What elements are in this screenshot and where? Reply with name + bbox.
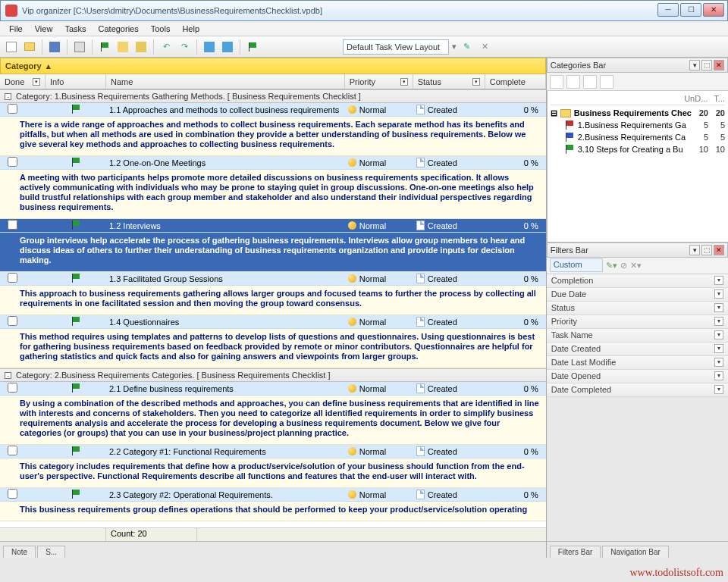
chevron-down-icon[interactable]: ▾ <box>714 344 723 353</box>
chevron-down-icon[interactable]: ▾ <box>714 289 723 299</box>
close-button[interactable]: ✕ <box>703 3 724 17</box>
chevron-down-icon[interactable]: ▾ <box>714 385 723 394</box>
filter-delete-icon[interactable]: ✕▾ <box>630 261 642 271</box>
filter-row[interactable]: Completion▾ <box>547 274 728 288</box>
filter-clear-icon[interactable]: ⊘ <box>620 261 627 271</box>
task-row[interactable]: 1.3 Facilitated Group SessionsNormalCrea… <box>0 272 546 286</box>
filter-icon[interactable]: ▾ <box>400 78 408 86</box>
layout-edit-button[interactable]: ✎ <box>458 39 475 55</box>
cat-tool-1[interactable] <box>550 75 563 89</box>
undo-button[interactable]: ↶ <box>158 39 174 55</box>
done-checkbox[interactable] <box>8 104 17 114</box>
done-checkbox[interactable] <box>8 489 17 499</box>
group-row[interactable]: -Category: 2.Business Requirements Categ… <box>0 368 546 382</box>
refresh-button[interactable] <box>244 39 261 55</box>
cat-tool-3[interactable] <box>583 75 597 89</box>
task-button-2[interactable] <box>115 39 131 55</box>
filter-row[interactable]: Status▾ <box>547 302 728 315</box>
chevron-down-icon[interactable]: ▴ <box>46 61 51 71</box>
task-row[interactable]: 1.4 QuestionnairesNormalCreated0 % <box>0 315 546 329</box>
filter-row[interactable]: Task Name▾ <box>547 329 728 343</box>
open-button[interactable] <box>21 39 38 55</box>
task-row[interactable]: 2.1 Define business requirementsNormalCr… <box>0 382 546 396</box>
task-row[interactable]: 1.2 InterviewsNormalCreated0 % <box>0 219 546 233</box>
task-row[interactable]: 1.1 Approaches and methods to collect bu… <box>0 103 546 117</box>
menu-file[interactable]: File <box>3 23 29 35</box>
tree-item[interactable]: 2.Business Requirements Ca55 <box>551 131 725 143</box>
redo-button[interactable]: ↷ <box>176 39 193 55</box>
panel-menu-icon[interactable]: ▾ <box>689 245 700 255</box>
cat-tool-4[interactable] <box>600 75 613 89</box>
tree-item[interactable]: 1.Business Requirements Ga55 <box>551 119 725 131</box>
tab-note[interactable]: Note <box>3 546 36 558</box>
tab-s[interactable]: S... <box>37 546 65 558</box>
filter-row[interactable]: Due Date▾ <box>547 288 728 302</box>
task-grid[interactable]: -Category: 1.Business Requirements Gathe… <box>0 89 546 527</box>
col-info[interactable]: Info <box>46 74 106 89</box>
done-checkbox[interactable] <box>8 446 17 455</box>
filter-row[interactable]: Priority▾ <box>547 315 728 329</box>
panel-close-icon[interactable]: ✕ <box>714 245 724 255</box>
print-button[interactable] <box>71 39 88 55</box>
filter-row[interactable]: Date Completed▾ <box>547 383 728 397</box>
done-checkbox[interactable] <box>8 273 17 283</box>
chevron-down-icon[interactable]: ▾ <box>714 371 723 380</box>
collapse-icon[interactable]: - <box>5 93 11 100</box>
priority-label: Normal <box>359 158 386 167</box>
task-row[interactable]: 2.3 Category #2: Operational Requirement… <box>0 488 546 502</box>
col-priority[interactable]: Priority▾ <box>345 74 413 89</box>
done-checkbox[interactable] <box>8 157 17 167</box>
filter-row[interactable]: Date Created▾ <box>547 343 728 356</box>
tree-item[interactable]: 3.10 Steps for Creating a Bu1010 <box>551 143 725 155</box>
nav-next-button[interactable] <box>219 39 236 55</box>
menu-tasks[interactable]: Tasks <box>58 23 92 35</box>
panel-pin-icon[interactable]: ⬚ <box>701 245 712 255</box>
chevron-down-icon[interactable]: ▾ <box>714 358 723 367</box>
task-row[interactable]: 2.2 Category #1: Functional Requirements… <box>0 445 546 458</box>
cat-tool-2[interactable] <box>566 75 580 89</box>
layout-delete-button[interactable]: ✕ <box>476 39 493 55</box>
filter-preset-select[interactable]: Custom <box>550 258 603 272</box>
save-button[interactable] <box>46 39 63 55</box>
menu-tools[interactable]: Tools <box>145 23 177 35</box>
collapse-icon[interactable]: ⊟ <box>551 108 557 118</box>
chevron-down-icon[interactable]: ▾ <box>714 330 723 340</box>
categories-tree[interactable]: UnD...T... ⊟ Business Requirements Chec … <box>547 91 728 242</box>
filter-icon[interactable]: ▾ <box>472 78 480 86</box>
layout-select[interactable] <box>343 39 449 55</box>
col-complete[interactable]: Complete <box>485 74 546 89</box>
collapse-icon[interactable]: - <box>5 372 11 379</box>
filter-row[interactable]: Date Opened▾ <box>547 370 728 383</box>
panel-pin-icon[interactable]: ⬚ <box>701 60 712 70</box>
task-row[interactable]: 1.2 One-on-One MeetingsNormalCreated0 % <box>0 156 546 170</box>
chevron-down-icon[interactable]: ▾ <box>714 276 723 285</box>
layout-dropdown-icon[interactable]: ▾ <box>452 42 457 52</box>
menu-view[interactable]: View <box>29 23 59 35</box>
tab-navigation-bar[interactable]: Navigation Bar <box>602 546 669 558</box>
filter-icon[interactable]: ▾ <box>33 78 40 86</box>
category-bar[interactable]: Category ▴ <box>0 58 546 74</box>
panel-menu-icon[interactable]: ▾ <box>689 60 700 70</box>
col-done[interactable]: Done▾ <box>0 74 46 89</box>
group-row[interactable]: -Category: 1.Business Requirements Gathe… <box>0 89 546 103</box>
nav-prev-button[interactable] <box>201 39 218 55</box>
new-file-button[interactable] <box>3 39 20 55</box>
tree-root[interactable]: ⊟ Business Requirements Chec 20 20 <box>551 107 725 119</box>
done-checkbox[interactable] <box>8 220 17 230</box>
task-button-1[interactable] <box>96 39 113 55</box>
col-status[interactable]: Status▾ <box>413 74 485 89</box>
filter-row[interactable]: Date Last Modifie▾ <box>547 356 728 370</box>
menu-help[interactable]: Help <box>176 23 206 35</box>
tab-filters-bar[interactable]: Filters Bar <box>550 546 601 558</box>
filter-edit-icon[interactable]: ✎▾ <box>606 261 617 271</box>
maximize-button[interactable]: ☐ <box>680 3 701 17</box>
done-checkbox[interactable] <box>8 383 17 393</box>
done-checkbox[interactable] <box>8 316 17 326</box>
chevron-down-icon[interactable]: ▾ <box>714 303 723 312</box>
minimize-button[interactable]: ─ <box>657 3 679 17</box>
menu-categories[interactable]: Categories <box>93 23 145 35</box>
col-name[interactable]: Name <box>106 74 345 89</box>
panel-close-icon[interactable]: ✕ <box>714 60 724 70</box>
chevron-down-icon[interactable]: ▾ <box>714 317 723 326</box>
task-button-3[interactable] <box>133 39 149 55</box>
